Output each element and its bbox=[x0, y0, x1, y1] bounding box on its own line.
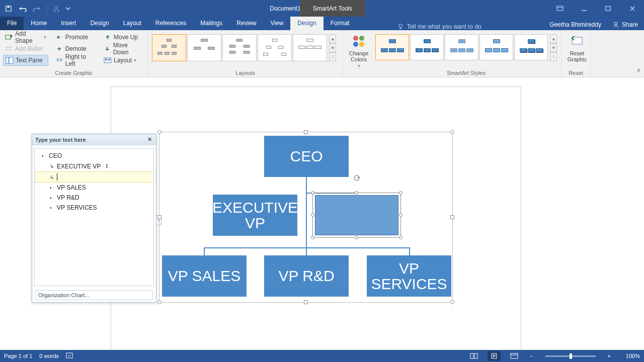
svg-rect-9 bbox=[8, 47, 12, 48]
layout-thumb-3[interactable] bbox=[222, 34, 257, 61]
svg-rect-27 bbox=[511, 353, 518, 358]
smartart-selection[interactable]: CEO EXECUTIVE VP VP SALES VP R&D VP SERV… bbox=[159, 132, 453, 303]
add-shape-button[interactable]: Add Shape ▾ bbox=[3, 32, 48, 43]
svg-rect-24 bbox=[470, 353, 473, 358]
view-read-mode-icon[interactable] bbox=[467, 351, 480, 361]
ribbon-tabs: File Home Insert Design Layout Reference… bbox=[0, 17, 644, 30]
outline-item-active[interactable]: ↳ bbox=[35, 171, 153, 183]
document-area: Type your text here ✕ •CEO ↳EXECUTIVE VP… bbox=[0, 77, 644, 354]
change-colors-button[interactable]: Change Colors ▾ bbox=[346, 32, 371, 68]
status-words[interactable]: 0 words bbox=[39, 353, 59, 359]
group-label-styles: SmartArt Styles bbox=[374, 70, 558, 77]
share-icon bbox=[612, 21, 619, 28]
demote-icon bbox=[55, 45, 63, 53]
svg-rect-21 bbox=[572, 37, 582, 44]
svg-rect-13 bbox=[9, 57, 13, 63]
rotate-handle-icon[interactable] bbox=[353, 174, 361, 182]
text-pane-close-icon[interactable]: ✕ bbox=[146, 136, 153, 143]
org-box-vp-services[interactable]: VP SERVICES bbox=[367, 255, 451, 297]
layouts-gallery-scroll[interactable]: ▴▾⁝ bbox=[329, 34, 336, 61]
text-pane-label: Text Pane bbox=[16, 57, 42, 64]
layout-thumb-4[interactable] bbox=[258, 34, 292, 61]
move-down-icon bbox=[104, 45, 111, 53]
tab-design[interactable]: Design bbox=[83, 17, 116, 30]
org-box-vp-sales[interactable]: VP SALES bbox=[162, 255, 247, 297]
svg-point-17 bbox=[353, 36, 358, 41]
text-pane-footer-link[interactable]: Organization Chart... bbox=[35, 290, 153, 300]
zoom-out-button[interactable]: − bbox=[528, 353, 535, 359]
svg-rect-12 bbox=[6, 57, 9, 63]
move-down-label: Move Down bbox=[113, 42, 142, 56]
outline-item: •VP R&D bbox=[35, 193, 153, 203]
svg-rect-7 bbox=[6, 35, 11, 39]
layout-thumb-5[interactable] bbox=[293, 34, 327, 61]
style-thumb-4[interactable] bbox=[479, 34, 513, 60]
style-thumb-2[interactable] bbox=[410, 34, 444, 60]
demote-button[interactable]: Demote bbox=[53, 43, 97, 54]
view-print-layout-icon[interactable] bbox=[488, 351, 501, 361]
tab-file[interactable]: File bbox=[0, 17, 24, 30]
tab-smartart-design[interactable]: Design bbox=[290, 17, 323, 30]
right-to-left-button[interactable]: Right to Left bbox=[53, 55, 97, 66]
org-box-vp-rnd[interactable]: VP R&D bbox=[264, 255, 349, 297]
view-web-layout-icon[interactable] bbox=[508, 351, 521, 361]
reset-graphic-button[interactable]: Reset Graphic bbox=[565, 32, 590, 62]
text-pane-header[interactable]: Type your text here ✕ bbox=[32, 134, 156, 145]
text-pane-button[interactable]: Text Pane bbox=[3, 55, 48, 66]
styles-gallery-scroll[interactable]: ▴▾⁝ bbox=[550, 34, 557, 61]
style-thumb-3[interactable] bbox=[445, 34, 478, 60]
change-colors-wrap: Change Colors ▾ bbox=[343, 30, 371, 77]
tab-layout[interactable]: Layout bbox=[116, 17, 148, 30]
group-label-layouts: Layouts bbox=[151, 70, 340, 77]
svg-rect-23 bbox=[66, 353, 72, 358]
status-proofing-icon[interactable] bbox=[66, 352, 74, 360]
layout-thumb-1[interactable] bbox=[152, 34, 186, 61]
move-up-button[interactable]: Move Up bbox=[102, 32, 144, 43]
group-label-create-graphic: Create Graphic bbox=[3, 70, 144, 77]
change-colors-label: Change Colors bbox=[346, 50, 371, 62]
ribbon-display-options-icon[interactable] bbox=[548, 2, 572, 16]
group-layouts: ▴▾⁝ Layouts bbox=[148, 30, 343, 77]
svg-point-6 bbox=[614, 22, 617, 25]
svg-rect-25 bbox=[474, 353, 477, 358]
status-page[interactable]: Page 1 of 1 bbox=[4, 353, 32, 359]
tab-review[interactable]: Review bbox=[229, 17, 263, 30]
promote-button[interactable]: Promote bbox=[53, 32, 97, 43]
org-box-ceo[interactable]: CEO bbox=[264, 136, 349, 177]
save-icon[interactable] bbox=[2, 2, 15, 16]
demote-label: Demote bbox=[65, 45, 87, 52]
close-icon[interactable] bbox=[621, 2, 644, 16]
collapse-ribbon-icon[interactable]: ᐱ bbox=[635, 68, 642, 75]
org-box-exec-vp[interactable]: EXECUTIVE VP bbox=[213, 195, 297, 236]
outline-item: ↳EXECUTIVE VPI bbox=[35, 161, 153, 171]
layout-button[interactable]: Layout ▾ bbox=[102, 55, 144, 66]
title-bar: Document1 - Word SmartArt Tools bbox=[0, 0, 644, 17]
maximize-icon[interactable] bbox=[597, 2, 620, 16]
tab-format[interactable]: Format bbox=[324, 17, 357, 30]
share-button[interactable]: Share bbox=[606, 19, 644, 30]
zoom-in-button[interactable]: + bbox=[606, 353, 613, 359]
add-bullet-icon bbox=[5, 45, 13, 53]
style-thumb-5[interactable] bbox=[514, 34, 548, 60]
tell-me-search[interactable]: Tell me what you want to do bbox=[397, 23, 481, 30]
svg-point-5 bbox=[398, 24, 402, 28]
change-colors-icon bbox=[351, 33, 367, 49]
svg-point-10 bbox=[6, 49, 8, 51]
minimize-icon[interactable] bbox=[573, 2, 596, 16]
undo-icon[interactable] bbox=[16, 2, 29, 16]
org-box-new-selected[interactable] bbox=[312, 193, 401, 238]
tab-references[interactable]: References bbox=[148, 17, 193, 30]
text-pane-outline[interactable]: •CEO ↳EXECUTIVE VPI ↳ •VP SALES •VP R&D … bbox=[34, 148, 154, 286]
tab-insert[interactable]: Insert bbox=[54, 17, 83, 30]
tab-home[interactable]: Home bbox=[24, 17, 54, 30]
share-label: Share bbox=[622, 21, 638, 28]
move-down-button[interactable]: Move Down bbox=[102, 43, 144, 54]
group-label-reset: Reset bbox=[565, 70, 587, 77]
tab-view[interactable]: View bbox=[264, 17, 291, 30]
tab-mailings[interactable]: Mailings bbox=[193, 17, 229, 30]
zoom-slider[interactable] bbox=[545, 355, 596, 357]
style-thumb-1[interactable] bbox=[375, 34, 409, 60]
user-name[interactable]: Geetha Bhimireddy bbox=[544, 19, 606, 30]
layout-thumb-2[interactable] bbox=[187, 34, 221, 61]
zoom-level[interactable]: 100% bbox=[620, 353, 640, 359]
